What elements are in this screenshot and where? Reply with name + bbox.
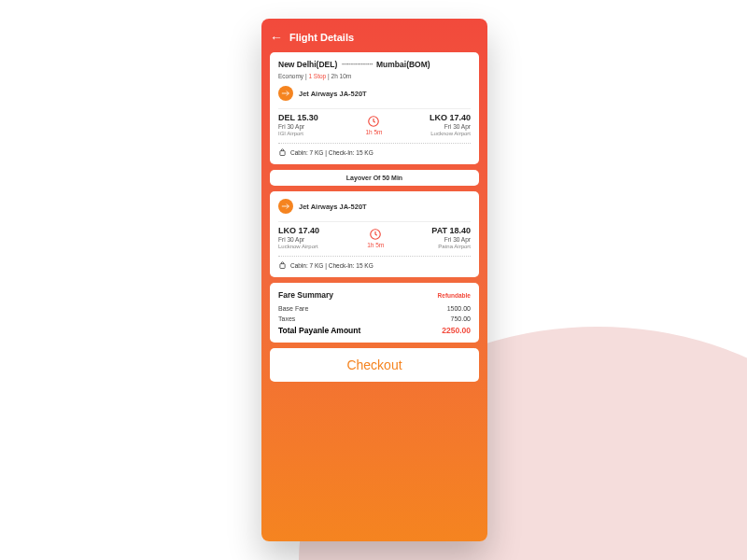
times-row: DEL 15.30 Fri 30 Apr IGI Airport 1h 5m L…	[278, 108, 471, 143]
meta-stops: 1 Stop	[308, 73, 326, 79]
arr-date: Fri 30 Apr	[431, 236, 471, 243]
dep-airport: Lucknow Airport	[278, 244, 319, 249]
baggage-row: Cabin: 7 KG | Check-In: 15 KG	[278, 256, 471, 270]
fare-label: Taxes	[278, 315, 295, 322]
dep-date: Fri 30 Apr	[278, 123, 318, 130]
duration-text: 1h 5m	[367, 242, 384, 248]
refundable-badge: Refundable	[438, 292, 471, 299]
dep-code: DEL 15.30	[278, 113, 318, 122]
airline-logo-icon	[278, 86, 293, 101]
svg-rect-1	[280, 151, 285, 156]
meta-class: Economy	[278, 73, 303, 79]
fare-row: Base Fare 1500.00	[278, 305, 471, 312]
baggage-text: Cabin: 7 KG | Check-In: 15 KG	[290, 262, 374, 269]
times-row: LKO 17.40 Fri 30 Apr Lucknow Airport 1h …	[278, 221, 471, 256]
route-from: New Delhi(DEL)	[278, 60, 337, 69]
departure-col: LKO 17.40 Fri 30 Apr Lucknow Airport	[278, 226, 319, 249]
airline-row: Jet Airways JA-520T	[278, 86, 471, 101]
baggage-text: Cabin: 7 KG | Check-In: 15 KG	[290, 149, 374, 156]
arrival-col: PAT 18.40 Fri 30 Apr Patna Airport	[431, 226, 471, 249]
airline-row: Jet Airways JA-520T	[278, 199, 471, 214]
arr-airport: Patna Airport	[431, 244, 471, 249]
layover-text: Layover Of 50 Min	[346, 175, 402, 181]
checkout-label: Checkout	[346, 357, 402, 372]
route-meta: Economy | 1 Stop | 2h 10m	[278, 73, 471, 79]
route-line: New Delhi(DEL) ·················· Mumbai…	[278, 60, 471, 69]
fare-total-row: Total Payanle Amount 2250.00	[278, 326, 471, 335]
svg-rect-3	[280, 264, 285, 269]
arr-code: LKO 17.40	[430, 113, 471, 122]
fare-row: Taxes 750.00	[278, 315, 471, 322]
header: ← Flight Details	[270, 28, 479, 52]
fare-label: Base Fare	[278, 305, 308, 312]
baggage-icon	[278, 148, 287, 157]
fare-value: 750.00	[451, 315, 471, 322]
back-arrow-icon[interactable]: ←	[270, 30, 283, 45]
dep-date: Fri 30 Apr	[278, 236, 319, 243]
airline-logo-icon	[278, 199, 293, 214]
checkout-button[interactable]: Checkout	[270, 348, 479, 382]
meta-duration: 2h 10m	[331, 73, 352, 79]
page-title: Flight Details	[289, 32, 354, 43]
arrival-col: LKO 17.40 Fri 30 Apr Lucknow Airport	[430, 113, 471, 136]
dep-airport: IGI Airport	[278, 131, 318, 136]
fare-total-value: 2250.00	[442, 326, 471, 335]
arr-code: PAT 18.40	[431, 226, 471, 235]
baggage-row: Cabin: 7 KG | Check-In: 15 KG	[278, 143, 471, 157]
clock-icon	[369, 228, 382, 241]
fare-header: Fare Summary Refundable	[278, 290, 471, 300]
airline-name: Jet Airways JA-520T	[299, 203, 367, 211]
dep-code: LKO 17.40	[278, 226, 319, 235]
fare-value: 1500.00	[447, 305, 471, 312]
phone-frame: ← Flight Details New Delhi(DEL) ········…	[261, 19, 487, 541]
clock-icon	[367, 115, 380, 128]
airline-name: Jet Airways JA-520T	[299, 90, 367, 98]
fare-total-label: Total Payanle Amount	[278, 326, 360, 335]
fare-title: Fare Summary	[278, 290, 333, 300]
arr-date: Fri 30 Apr	[430, 123, 471, 130]
layover-banner: Layover Of 50 Min	[270, 170, 479, 186]
segment-card-2: Jet Airways JA-520T LKO 17.40 Fri 30 Apr…	[270, 191, 479, 277]
route-dots: ··················	[342, 60, 374, 69]
route-to: Mumbai(BOM)	[376, 60, 430, 69]
arr-airport: Lucknow Airport	[430, 131, 471, 136]
duration-col: 1h 5m	[367, 228, 384, 248]
duration-col: 1h 5m	[365, 115, 382, 135]
fare-summary-card: Fare Summary Refundable Base Fare 1500.0…	[270, 283, 479, 343]
segment-card-1: New Delhi(DEL) ·················· Mumbai…	[270, 52, 479, 164]
baggage-icon	[278, 261, 287, 270]
duration-text: 1h 5m	[365, 129, 382, 135]
departure-col: DEL 15.30 Fri 30 Apr IGI Airport	[278, 113, 318, 136]
